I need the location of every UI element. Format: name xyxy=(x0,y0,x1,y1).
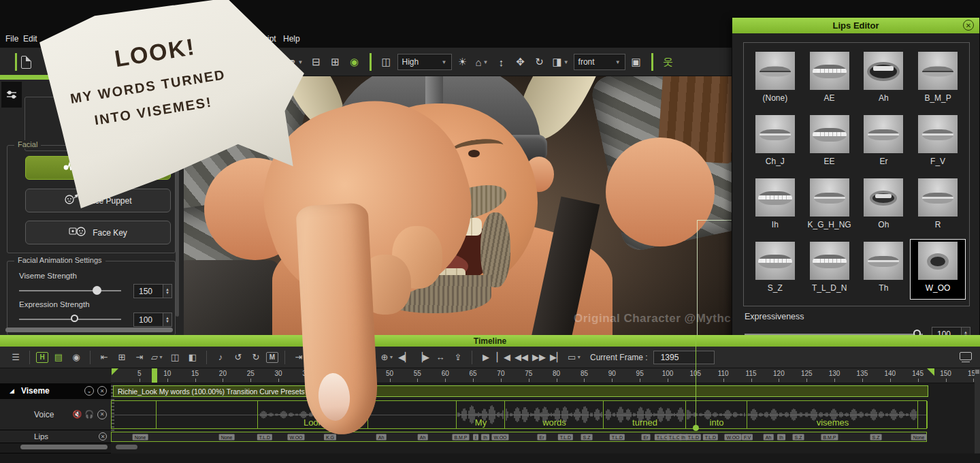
face-key-button[interactable]: Face Key xyxy=(25,221,171,244)
viseme-cell-ae[interactable]: AE xyxy=(802,50,857,109)
viseme-strength-spinner[interactable]: ▲▼ xyxy=(163,284,172,298)
current-frame-input[interactable]: 1395 xyxy=(653,351,715,364)
play-to-right-icon[interactable]: ▕▶ xyxy=(415,350,430,365)
collect-clip-icon[interactable]: H xyxy=(36,352,48,363)
scene-panel-icon[interactable]: ◫ xyxy=(378,53,395,71)
next-break-icon[interactable]: ⇥ xyxy=(132,350,147,365)
playhead-dot[interactable] xyxy=(693,425,699,431)
voice-segment-turned[interactable]: turned xyxy=(604,401,686,428)
lip-key-w.oo[interactable]: W.OO xyxy=(287,434,304,440)
lip-key-t.l.d[interactable]: T.L.D xyxy=(686,434,701,440)
lip-key-ah[interactable]: Ah xyxy=(418,434,428,440)
home-view-icon[interactable]: ⌂▼ xyxy=(474,53,491,71)
chevron-down-icon[interactable]: ⌄ xyxy=(84,386,94,396)
loop-icon[interactable]: ↺ xyxy=(231,350,246,365)
viseme-cell-ch_j[interactable]: Ch_J xyxy=(748,113,802,172)
lip-key-none[interactable]: None xyxy=(219,434,235,440)
lip-key-none[interactable]: None xyxy=(911,434,927,440)
mask-icon[interactable]: ▱▼ xyxy=(150,350,165,365)
add-break-icon[interactable]: ⊞ xyxy=(114,350,129,365)
lip-key-s.z[interactable]: S.Z xyxy=(793,434,804,440)
prev-break-icon[interactable]: ⇤ xyxy=(97,350,112,365)
left-panel-vscrollbar[interactable] xyxy=(176,160,179,317)
viseme-track-label-row[interactable]: ◢ Viseme ⌄ ✕ xyxy=(0,383,111,399)
send-to-layer-icon[interactable]: ⊞ xyxy=(327,53,344,71)
viseme-cell-ih[interactable]: Ih xyxy=(748,176,802,236)
viseme-cell-b_m_p[interactable]: B_M_P xyxy=(911,50,965,109)
display-toggle-icon[interactable] xyxy=(960,352,972,360)
split-icon[interactable]: ◫ xyxy=(167,350,182,365)
lip-key-none[interactable]: None xyxy=(133,434,148,440)
close-icon[interactable]: ✕ xyxy=(963,20,974,31)
lip-key-t.l.d[interactable]: T.L.D xyxy=(558,434,573,440)
left-panel-hscrollbar[interactable] xyxy=(5,328,173,332)
lip-key-ah[interactable]: Ah xyxy=(376,434,387,440)
next-frame-icon[interactable]: ▶▶ xyxy=(532,350,546,365)
voice-segment[interactable] xyxy=(918,401,928,428)
new-project-icon[interactable] xyxy=(21,56,31,69)
lip-key-w.oo[interactable]: W.OO xyxy=(724,434,741,440)
timeline-titlebar[interactable]: Timeline xyxy=(0,335,980,347)
lip-key-b.m.p[interactable]: B.M.P xyxy=(452,434,469,440)
lip-key-f.v[interactable]: F.V xyxy=(742,434,753,440)
play-to-left-icon[interactable]: ◀▏ xyxy=(397,350,412,365)
lip-key-s.z[interactable]: S.Z xyxy=(581,434,593,440)
voice-segment-visemes[interactable]: visemes xyxy=(747,401,918,428)
range-marker[interactable] xyxy=(152,368,157,383)
viseme-strength-slider[interactable] xyxy=(19,284,121,298)
lip-key-er[interactable]: Er xyxy=(642,434,651,440)
track-list-icon[interactable]: ☰ xyxy=(8,350,23,365)
lip-key-s.z[interactable]: S.Z xyxy=(870,434,882,440)
voice-segment-My[interactable]: My xyxy=(457,401,505,428)
viseme-cell-oh[interactable]: Oh xyxy=(857,176,911,236)
align-bottom-icon[interactable]: ⊟ xyxy=(308,53,325,71)
timeline-hscrollbar[interactable] xyxy=(116,445,137,449)
label-column-scrollbar[interactable] xyxy=(20,445,108,449)
motion-icon[interactable]: M xyxy=(266,352,278,363)
menu-edit[interactable]: Edit xyxy=(23,34,37,44)
lip-key-i[interactable]: I xyxy=(473,434,478,440)
viseme-cell-ee[interactable]: EE xyxy=(802,113,857,172)
lips-track-label-row[interactable]: Lips ✕ xyxy=(0,430,111,443)
viseme-cell-f_v[interactable]: F_V xyxy=(911,113,965,172)
visibility-eye-icon[interactable]: ◉ xyxy=(346,53,363,71)
lip-key-ih[interactable]: Ih xyxy=(481,434,489,440)
collapse-triangle-icon[interactable]: ◢ xyxy=(10,387,14,394)
voice-segment-words[interactable]: words xyxy=(505,401,604,428)
menu-help[interactable]: Help xyxy=(283,34,300,44)
go-start-icon[interactable]: ▏◀ xyxy=(496,350,511,365)
zoom-icon[interactable]: ⊕▼ xyxy=(380,350,395,365)
viseme-cell-ah[interactable]: Ah xyxy=(857,50,911,109)
lip-key-t.l.d[interactable]: T.L.D xyxy=(610,434,625,440)
lip-key-er[interactable]: Er xyxy=(538,434,546,440)
rotate-icon[interactable]: ↻ xyxy=(531,53,547,71)
voice-segment[interactable] xyxy=(114,401,157,428)
object-tracks-icon[interactable]: ◉ xyxy=(69,350,84,365)
voice-clip[interactable]: LookMywordsturnedintovisemes xyxy=(111,400,927,429)
timeline-ruler[interactable]: 5101520253035404550556065707580859095100… xyxy=(111,368,975,383)
viseme-cell-t_l_d_n[interactable]: T_L_D_N xyxy=(802,240,857,299)
viseme-cell-r[interactable]: R xyxy=(911,176,965,236)
quality-dropdown[interactable]: High▼ xyxy=(397,54,452,70)
expression-strength-value[interactable]: 100 xyxy=(133,313,163,327)
lips-editor-titlebar[interactable]: Lips Editor ✕ xyxy=(732,18,979,33)
music-note-icon[interactable]: ♪ xyxy=(213,350,228,365)
expression-strength-slider[interactable] xyxy=(19,313,121,326)
lip-key-w.oo[interactable]: W.OO xyxy=(491,434,508,440)
move-icon[interactable]: ✥ xyxy=(512,53,528,71)
range-end-flag[interactable] xyxy=(927,368,934,376)
voice-segment[interactable] xyxy=(157,401,258,428)
go-end-icon[interactable]: ▶▏ xyxy=(549,350,564,365)
viseme-cell-none[interactable]: (None) xyxy=(748,50,802,109)
viseme-strength-value[interactable]: 150 xyxy=(133,284,163,298)
lip-key-t.l.d[interactable]: T.L.D xyxy=(257,434,272,440)
range-start-flag[interactable] xyxy=(112,368,118,375)
remove-track-icon[interactable]: ✕ xyxy=(97,386,107,396)
viseme-cell-k_g_h_ng[interactable]: K_G_H_NG xyxy=(802,176,857,236)
lip-key-ah[interactable]: Ah xyxy=(764,434,774,440)
lip-key-t.l.d[interactable]: T.L.D xyxy=(703,434,718,440)
lip-key-k.g[interactable]: K.G xyxy=(324,434,336,440)
remove-voice-icon[interactable]: ✕ xyxy=(97,410,107,419)
headphones-icon[interactable]: 🎧 xyxy=(84,410,94,419)
play-icon[interactable]: ▶ xyxy=(478,350,493,365)
